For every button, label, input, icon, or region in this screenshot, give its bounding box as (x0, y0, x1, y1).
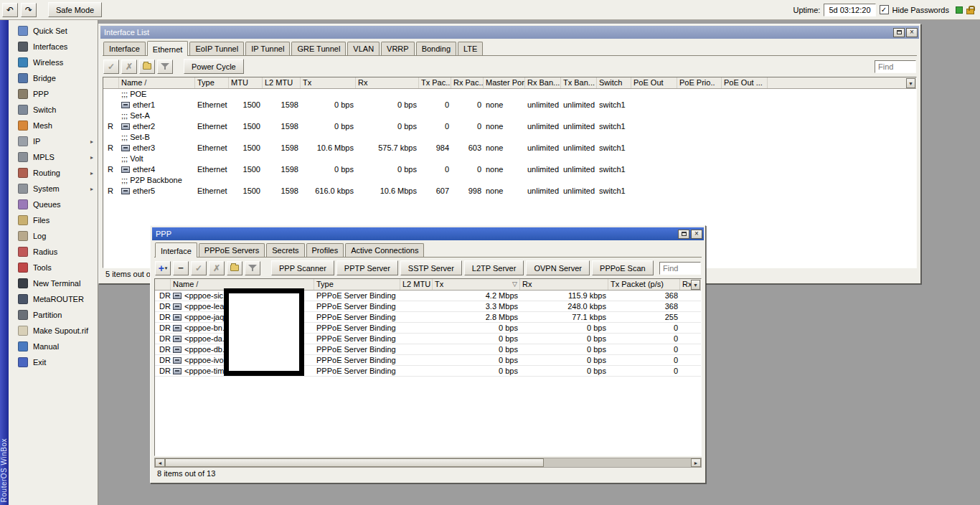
tab-secrets[interactable]: Secrets (266, 243, 304, 257)
sidebar-item-mesh[interactable]: Mesh (9, 118, 98, 133)
column-name[interactable]: Name/ (119, 77, 195, 88)
undo-button[interactable]: ↶ (2, 3, 18, 17)
sstp-server-button[interactable]: SSTP Server (400, 260, 462, 275)
column-l2mtu[interactable]: L2 MTU (263, 77, 301, 88)
table-row-ether3[interactable]: R ether3 Ethernet 1500 1598 10.6 Mbps 57… (103, 143, 916, 154)
find-input[interactable] (659, 262, 701, 275)
column-poe-out[interactable]: PoE Out (631, 77, 677, 88)
sidebar-item-metarouter[interactable]: MetaROUTER (9, 291, 98, 307)
comment-button[interactable] (139, 60, 155, 74)
restore-button[interactable] (893, 28, 905, 37)
sidebar-item-files[interactable]: Files (9, 212, 98, 228)
table-row-ether5[interactable]: R ether5 Ethernet 1500 1598 616.0 kbps 1… (103, 186, 916, 197)
filter-button[interactable] (245, 261, 260, 275)
sidebar-item-radius[interactable]: Radius (9, 244, 98, 260)
comment-row[interactable]: ;;; POE (103, 89, 916, 100)
tab-ethernet[interactable]: Ethernet (147, 41, 189, 56)
comment-row[interactable]: ;;; Set-B (103, 132, 916, 143)
scroll-right-button[interactable]: ► (691, 458, 701, 467)
power-cycle-button[interactable]: Power Cycle (184, 59, 244, 74)
interface-list-titlebar[interactable]: Interface List × (100, 26, 919, 39)
pppoe-scan-button[interactable]: PPPoE Scan (592, 260, 654, 275)
close-button[interactable]: × (691, 230, 702, 239)
sidebar-item-manual[interactable]: Manual (9, 339, 98, 354)
tab-ip-tunnel[interactable]: IP Tunnel (245, 42, 290, 55)
column-poe-priority[interactable]: PoE Prio.. (677, 77, 722, 88)
comment-row[interactable]: ;;; Set-A (103, 110, 916, 121)
hide-passwords-checkbox[interactable]: ✓ (880, 5, 889, 14)
tab-lte[interactable]: LTE (458, 42, 483, 55)
horizontal-scrollbar[interactable]: ◄ ► (154, 458, 702, 468)
column-tx-packet[interactable]: Tx Packet (p/s) (608, 279, 680, 290)
sidebar-item-make-supout[interactable]: Make Supout.rif (9, 323, 98, 339)
table-row-ether4[interactable]: R ether4 Ethernet 1500 1598 0 bps 0 bps … (103, 164, 916, 175)
table-row-ether2[interactable]: R ether2 Ethernet 1500 1598 0 bps 0 bps … (103, 121, 916, 132)
column-chooser-button[interactable]: ▼ (691, 280, 700, 290)
ppp-scanner-button[interactable]: PPP Scanner (271, 260, 334, 275)
sidebar-item-exit[interactable]: Exit (9, 354, 98, 370)
enable-button[interactable]: ✓ (191, 261, 207, 275)
scroll-left-button[interactable]: ◄ (155, 458, 165, 467)
ovpn-server-button[interactable]: OVPN Server (526, 260, 590, 275)
column-master-port[interactable]: Master Port (484, 77, 525, 88)
column-rx[interactable]: Rx (520, 279, 608, 290)
tab-vrrp[interactable]: VRRP (381, 42, 415, 55)
sidebar-item-interfaces[interactable]: Interfaces (9, 39, 98, 55)
tab-pppoe-servers[interactable]: PPPoE Servers (199, 243, 265, 257)
column-tx-band[interactable]: Tx Ban... (561, 77, 597, 88)
sidebar-item-system[interactable]: System▸ (9, 181, 98, 197)
remove-button[interactable]: − (173, 261, 189, 275)
tab-gre-tunnel[interactable]: GRE Tunnel (291, 42, 346, 55)
column-switch[interactable]: Switch (597, 77, 631, 88)
tab-active-connections[interactable]: Active Connections (345, 243, 424, 257)
sidebar-item-queues[interactable]: Queues (9, 197, 98, 212)
column-rx-band[interactable]: Rx Ban... (525, 77, 561, 88)
l2tp-server-button[interactable]: L2TP Server (464, 260, 524, 275)
column-poe-out-status[interactable]: PoE Out ... (722, 77, 768, 88)
comment-row[interactable]: ;;; Volt (103, 154, 916, 164)
tab-vlan[interactable]: VLAN (347, 42, 380, 55)
comment-row[interactable]: ;;; P2P Backbone (103, 175, 916, 186)
disable-button[interactable]: ✗ (121, 60, 137, 74)
sidebar-item-ppp[interactable]: PPP (9, 86, 98, 102)
scrollbar-track[interactable] (165, 458, 691, 467)
redo-button[interactable]: ↷ (21, 3, 37, 17)
tab-eoip-tunnel[interactable]: EoIP Tunnel (189, 42, 244, 55)
pptp-server-button[interactable]: PPTP Server (336, 260, 398, 275)
column-flags[interactable] (155, 279, 171, 290)
sidebar-item-quick-set[interactable]: Quick Set (9, 23, 98, 39)
column-rx[interactable]: Rx (356, 77, 419, 88)
sidebar-item-mpls[interactable]: MPLS▸ (9, 149, 98, 165)
sidebar-item-ip[interactable]: IP▸ (9, 133, 98, 149)
column-mtu[interactable]: MTU (229, 77, 263, 88)
enable-button[interactable]: ✓ (103, 60, 119, 74)
sidebar-item-tools[interactable]: Tools (9, 260, 98, 275)
sidebar-item-partition[interactable]: Partition (9, 307, 98, 323)
safe-mode-button[interactable]: Safe Mode (48, 2, 102, 17)
column-tx[interactable]: Tx▽ (433, 279, 520, 290)
find-input[interactable] (875, 60, 916, 73)
tab-profiles[interactable]: Profiles (306, 243, 344, 257)
column-flags[interactable] (103, 77, 119, 88)
column-chooser-button[interactable]: ▼ (906, 78, 915, 88)
sidebar-item-log[interactable]: Log (9, 228, 98, 244)
tab-interface[interactable]: Interface (103, 42, 146, 55)
scrollbar-thumb[interactable] (165, 458, 544, 467)
sidebar-item-wireless[interactable]: Wireless (9, 55, 98, 70)
column-type[interactable]: Type (195, 77, 229, 88)
column-tx-packet[interactable]: Tx Pac... (419, 77, 451, 88)
ppp-titlebar[interactable]: PPP × (152, 227, 704, 240)
sidebar-item-bridge[interactable]: Bridge (9, 70, 98, 86)
tab-bonding[interactable]: Bonding (416, 42, 456, 55)
column-rx-packet[interactable]: Rx Pac... (451, 77, 484, 88)
add-button[interactable]: +▾ (155, 261, 171, 275)
column-type[interactable]: Type (314, 279, 400, 290)
table-row-ether1[interactable]: ether1 Ethernet 1500 1598 0 bps 0 bps 0 … (103, 100, 916, 110)
comment-button[interactable] (227, 261, 242, 275)
sidebar-item-new-terminal[interactable]: New Terminal (9, 275, 98, 291)
sidebar-item-switch[interactable]: Switch (9, 102, 98, 118)
column-tx[interactable]: Tx (301, 77, 356, 88)
filter-button[interactable] (157, 60, 173, 74)
close-button[interactable]: × (906, 28, 918, 37)
column-l2mtu[interactable]: L2 MTU (400, 279, 433, 290)
